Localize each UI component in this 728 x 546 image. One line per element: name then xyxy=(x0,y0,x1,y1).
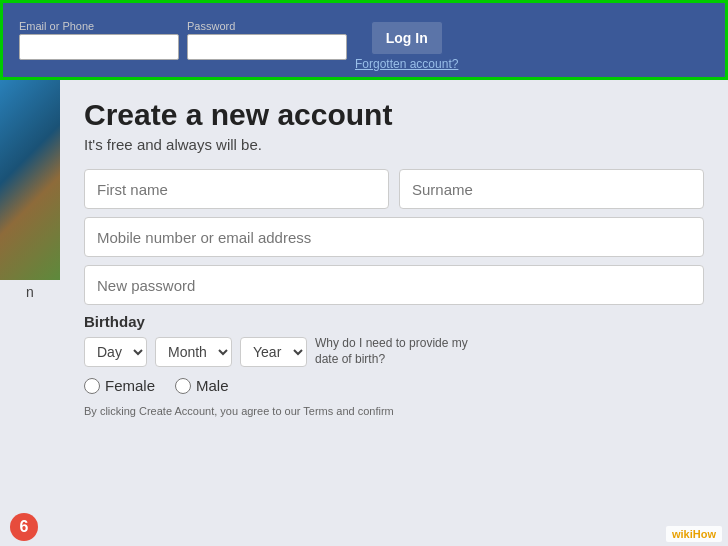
birthday-month-select[interactable]: Month xyxy=(155,337,232,367)
page-title: Create a new account xyxy=(84,98,704,132)
password-input[interactable] xyxy=(187,34,347,60)
login-group: Log In Forgotten account? xyxy=(355,9,458,71)
wikihow-badge: wikiHow xyxy=(666,526,722,542)
top-nav-bar: Email or Phone Password Log In Forgotten… xyxy=(0,0,728,80)
page-subtitle: It's free and always will be. xyxy=(84,136,704,153)
step-badge: 6 xyxy=(10,513,38,541)
new-password-input[interactable] xyxy=(84,265,704,305)
birthday-section: Birthday Day Month Year Why do I need to… xyxy=(84,313,704,367)
terms-text: By clicking Create Account, you agree to… xyxy=(84,404,704,419)
wikihow-prefix: wiki xyxy=(672,528,693,540)
forgotten-account-link[interactable]: Forgotten account? xyxy=(355,57,458,71)
left-thumbnail: 6 n xyxy=(0,80,60,546)
surname-input[interactable] xyxy=(399,169,704,209)
gender-female-option[interactable]: Female xyxy=(84,377,155,394)
password-field-group: Password xyxy=(187,20,347,60)
mobile-email-input[interactable] xyxy=(84,217,704,257)
main-content: 6 n Create a new account It's free and a… xyxy=(0,80,728,546)
person-label: n xyxy=(0,280,60,304)
wikihow-suffix: How xyxy=(693,528,716,540)
birthday-day-select[interactable]: Day xyxy=(84,337,147,367)
gender-female-label: Female xyxy=(105,377,155,394)
first-name-input[interactable] xyxy=(84,169,389,209)
gender-row: Female Male xyxy=(84,377,704,394)
login-button[interactable]: Log In xyxy=(371,21,443,55)
name-row xyxy=(84,169,704,209)
email-field-group: Email or Phone xyxy=(19,20,179,60)
email-input[interactable] xyxy=(19,34,179,60)
birthday-label: Birthday xyxy=(84,313,704,330)
gender-male-label: Male xyxy=(196,377,229,394)
gender-female-radio[interactable] xyxy=(84,378,100,394)
registration-form-area: Create a new account It's free and alway… xyxy=(60,80,728,546)
birthday-row: Day Month Year Why do I need to provide … xyxy=(84,336,704,367)
gender-male-option[interactable]: Male xyxy=(175,377,229,394)
birthday-why-text[interactable]: Why do I need to provide my date of birt… xyxy=(315,336,475,367)
thumbnail-image xyxy=(0,80,60,280)
password-label: Password xyxy=(187,20,347,32)
birthday-year-select[interactable]: Year xyxy=(240,337,307,367)
email-label: Email or Phone xyxy=(19,20,179,32)
gender-male-radio[interactable] xyxy=(175,378,191,394)
